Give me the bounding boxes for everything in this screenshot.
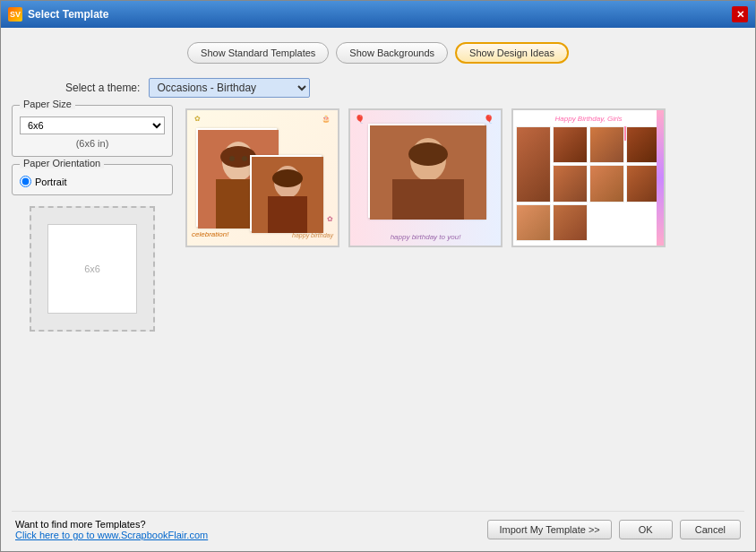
tmpl3-cell-4 xyxy=(553,165,588,202)
paper-size-select[interactable]: 4x4 4x6 5x5 5x7 6x6 8x10 xyxy=(20,116,165,134)
portrait-radio[interactable] xyxy=(20,176,31,187)
paper-preview: 6x6 xyxy=(30,206,155,332)
preview-inner: 6x6 xyxy=(47,224,137,314)
svg-point-4 xyxy=(229,156,235,161)
template-card-2[interactable]: 🎈 🎈 happy birthday to you! xyxy=(348,108,503,247)
tmpl1-text: celebration! xyxy=(192,230,228,238)
tmpl3-title: Happy Birthday, Girls xyxy=(513,115,664,123)
theme-select[interactable]: Occasions - Birthday Occasions - Wedding… xyxy=(149,78,310,98)
import-template-button[interactable]: Import My Template >> xyxy=(487,520,611,539)
template-preview-2: 🎈 🎈 happy birthday to you! xyxy=(350,110,501,246)
find-templates-link[interactable]: Click here to go to www.ScrapbookFlair.c… xyxy=(15,530,208,540)
tmpl3-cell-8 xyxy=(553,204,588,241)
templates-area: 🎂 ✿ ✿ celebration! happy birthday xyxy=(182,105,744,500)
portrait-label: Portrait xyxy=(35,177,66,187)
show-standard-templates-button[interactable]: Show Standard Templates xyxy=(187,42,329,64)
tmpl2-photo xyxy=(368,124,485,218)
tmpl1-photo2 xyxy=(250,155,322,231)
tmpl1-decoration1: 🎂 xyxy=(322,115,331,123)
tmpl2-deco1: 🎈 xyxy=(355,115,365,124)
tmpl1-decoration2: ✿ xyxy=(194,115,201,123)
bottom-buttons: Import My Template >> OK Cancel xyxy=(487,520,741,539)
svg-point-9 xyxy=(272,169,303,187)
tmpl2-text: happy birthday to you! xyxy=(350,233,501,241)
svg-rect-12 xyxy=(392,179,464,220)
find-templates-text: Want to find more Templates? xyxy=(15,519,208,530)
tmpl3-cell-tall xyxy=(516,126,551,203)
tmpl3-cell-1 xyxy=(553,126,588,163)
select-template-window: SV Select Template ✕ Show Standard Templ… xyxy=(0,0,756,552)
tmpl1-decoration3: ✿ xyxy=(327,215,333,223)
app-icon: SV xyxy=(8,7,22,22)
show-design-ideas-button[interactable]: Show Design Ideas xyxy=(455,42,569,64)
tmpl1-text2: happy birthday xyxy=(292,232,333,238)
show-backgrounds-button[interactable]: Show Backgrounds xyxy=(336,42,448,64)
tmpl3-cell-7 xyxy=(516,204,551,241)
find-templates: Want to find more Templates? Click here … xyxy=(15,519,208,540)
paper-size-label: Paper Size xyxy=(20,99,75,109)
templates-grid: 🎂 ✿ ✿ celebration! happy birthday xyxy=(182,105,744,500)
title-bar-left: SV Select Template xyxy=(8,7,108,22)
preview-label: 6x6 xyxy=(84,263,100,274)
paper-orientation-label: Paper Orientation xyxy=(20,158,104,168)
portrait-option[interactable]: Portrait xyxy=(20,176,165,187)
ok-button[interactable]: OK xyxy=(619,520,673,539)
svg-rect-8 xyxy=(268,196,307,233)
window-title: Select Template xyxy=(28,8,108,21)
theme-label: Select a theme: xyxy=(65,82,140,94)
close-button[interactable]: ✕ xyxy=(732,6,748,22)
left-panel: Paper Size 4x4 4x6 5x5 5x7 6x6 8x10 (6x6… xyxy=(12,105,173,500)
paper-size-group: Paper Size 4x4 4x6 5x5 5x7 6x6 8x10 (6x6… xyxy=(12,105,173,157)
main-area: Paper Size 4x4 4x6 5x5 5x7 6x6 8x10 (6x6… xyxy=(12,105,744,500)
title-bar: SV Select Template ✕ xyxy=(1,1,755,28)
template-card-1[interactable]: 🎂 ✿ ✿ celebration! happy birthday xyxy=(185,108,339,247)
content-area: Show Standard Templates Show Backgrounds… xyxy=(1,28,755,551)
tmpl3-cell-5 xyxy=(589,165,624,202)
paper-orientation-group: Paper Orientation Portrait xyxy=(12,164,173,195)
template-preview-3: Happy Birthday, Girls xyxy=(513,110,664,246)
tmpl3-photo-grid xyxy=(516,126,661,241)
svg-point-13 xyxy=(408,142,448,166)
bottom-bar: Want to find more Templates? Click here … xyxy=(12,511,744,540)
svg-point-5 xyxy=(242,156,247,161)
toolbar: Show Standard Templates Show Backgrounds… xyxy=(12,39,744,71)
theme-row: Select a theme: Occasions - Birthday Occ… xyxy=(12,78,744,98)
tmpl3-stripe xyxy=(657,110,664,246)
template-preview-1: 🎂 ✿ ✿ celebration! happy birthday xyxy=(187,110,338,246)
paper-size-info: (6x6 in) xyxy=(20,138,165,149)
tmpl3-cell-2 xyxy=(589,126,624,163)
cancel-button[interactable]: Cancel xyxy=(680,520,741,539)
tmpl2-deco2: 🎈 xyxy=(484,115,494,124)
template-card-3[interactable]: Happy Birthday, Girls xyxy=(511,108,666,247)
